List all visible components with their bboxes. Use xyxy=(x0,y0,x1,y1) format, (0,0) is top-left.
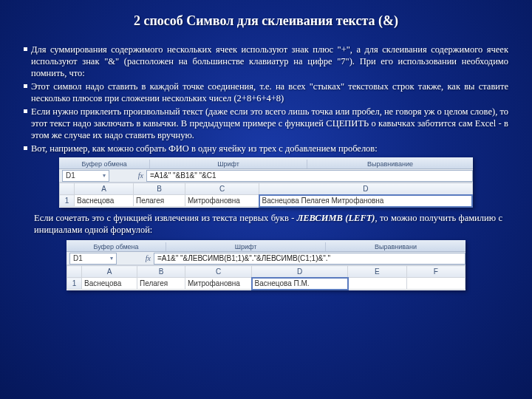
bullet-item: Для суммирования содержимого нескольких … xyxy=(24,44,508,79)
ribbon: Буфер обмена Шрифт Выравнивани xyxy=(66,240,466,252)
ribbon-group-clipboard: Буфер обмена xyxy=(66,242,166,251)
note-pre: Если сочетать это с функцией извлечения … xyxy=(34,213,297,223)
formula-bar: D1 ▾ fx =A1&" "&ЛЕВСИМВ(B1;1)&"."&ЛЕВСИМ… xyxy=(66,252,466,265)
cell[interactable]: Пелагея xyxy=(137,278,185,290)
col-header[interactable]: C xyxy=(185,183,259,195)
col-header[interactable]: D xyxy=(252,266,348,278)
cell[interactable] xyxy=(348,278,407,290)
col-header[interactable]: E xyxy=(348,266,407,278)
excel-screenshot-2: Буфер обмена Шрифт Выравнивани D1 ▾ fx =… xyxy=(66,240,466,290)
col-header[interactable]: A xyxy=(75,183,134,195)
ribbon-group-font: Шрифт xyxy=(166,242,326,251)
dropdown-icon: ▾ xyxy=(103,172,106,179)
col-header[interactable]: A xyxy=(82,266,137,278)
fx-buttons: fx xyxy=(117,254,154,262)
row-header[interactable]: 1 xyxy=(60,195,75,207)
ribbon-group-align: Выравнивание xyxy=(307,160,473,168)
formula-bar: D1 ▾ fx =A1&" "&B1&" "&C1 xyxy=(59,169,473,183)
name-box[interactable]: D1 ▾ xyxy=(69,253,117,265)
col-header[interactable]: D xyxy=(259,183,473,195)
cell[interactable]: Митрофановна xyxy=(185,195,259,207)
bullet-item: Этот символ надо ставить в каждой точке … xyxy=(24,81,508,104)
bullet-list: Для суммирования содержимого нескольких … xyxy=(24,44,508,154)
slide-title: 2 способ Символ для склеивания текста (&… xyxy=(24,13,508,29)
ribbon-group-align: Выравнивани xyxy=(326,242,466,251)
cell-selected[interactable]: Васнецова Пелагея Митрофановна xyxy=(259,195,473,207)
grid: A B C D 1 Васнецова Пелагея Митрофановна… xyxy=(59,183,473,208)
col-header[interactable]: B xyxy=(134,183,185,195)
bullet-item: Вот, например, как можно собрать ФИО в о… xyxy=(24,143,508,154)
grid: A B C D E F 1 Васнецова Пелагея Митрофан… xyxy=(66,265,466,290)
col-header[interactable]: B xyxy=(137,266,185,278)
select-all-corner[interactable] xyxy=(60,183,75,195)
ribbon-group-font: Шрифт xyxy=(150,160,307,168)
formula-input[interactable]: =A1&" "&B1&" "&C1 xyxy=(146,170,473,182)
fx-icon[interactable]: fx xyxy=(146,254,151,262)
name-box[interactable]: D1 ▾ xyxy=(62,170,109,182)
name-box-value: D1 xyxy=(73,254,83,262)
note-text: Если сочетать это с функцией извлечения … xyxy=(34,212,502,236)
col-header[interactable]: C xyxy=(185,266,252,278)
cell[interactable]: Васнецова xyxy=(75,195,134,207)
cell[interactable]: Митрофановна xyxy=(185,278,252,290)
name-box-value: D1 xyxy=(66,171,75,180)
cell[interactable]: Васнецова xyxy=(82,278,137,290)
formula-input[interactable]: =A1&" "&ЛЕВСИМВ(B1;1)&"."&ЛЕВСИМВ(C1;1)&… xyxy=(154,253,466,265)
fx-icon[interactable]: fx xyxy=(138,171,143,180)
ribbon: Буфер обмена Шрифт Выравнивание xyxy=(59,157,473,169)
ribbon-group-clipboard: Буфер обмена xyxy=(59,160,150,168)
bullet-item: Если нужно приклеить произвольный текст … xyxy=(24,106,508,141)
select-all-corner[interactable] xyxy=(67,266,82,278)
col-header[interactable]: F xyxy=(406,266,466,278)
dropdown-icon: ▾ xyxy=(110,255,113,262)
excel-screenshot-1: Буфер обмена Шрифт Выравнивание D1 ▾ fx … xyxy=(59,157,473,208)
row-header[interactable]: 1 xyxy=(67,278,82,290)
note-em: ЛЕВСИМВ (LEFT) xyxy=(297,213,375,223)
cell[interactable]: Пелагея xyxy=(134,195,185,207)
cell[interactable] xyxy=(406,278,466,290)
fx-buttons: fx xyxy=(109,171,146,180)
cell-selected[interactable]: Васнецова П.М. xyxy=(252,278,348,290)
